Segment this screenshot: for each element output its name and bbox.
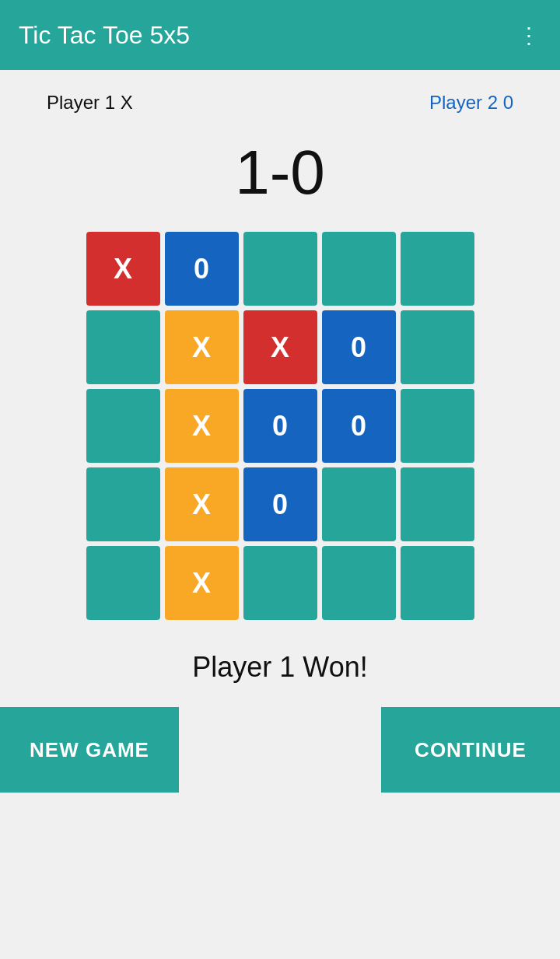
cell-4-4[interactable]	[401, 546, 474, 620]
player2-score: Player 2 0	[429, 92, 513, 114]
cell-3-2[interactable]: 0	[243, 467, 317, 541]
cell-2-3[interactable]: 0	[322, 389, 396, 463]
cell-3-4[interactable]	[401, 467, 474, 541]
cell-3-0[interactable]	[86, 467, 160, 541]
app-title: Tic Tac Toe 5x5	[19, 21, 190, 50]
cell-1-1[interactable]: X	[165, 310, 239, 384]
cell-3-3[interactable]	[322, 467, 396, 541]
board-row-0: X0	[86, 232, 474, 306]
main-score: 1-0	[0, 121, 560, 232]
cell-4-3[interactable]	[322, 546, 396, 620]
cell-0-2[interactable]	[243, 232, 317, 306]
cell-2-0[interactable]	[86, 389, 160, 463]
continue-button[interactable]: CONTINUE	[381, 707, 560, 793]
cell-1-0[interactable]	[86, 310, 160, 384]
game-board: X0XX0X00X0X	[0, 232, 560, 635]
board-row-1: XX0	[86, 310, 474, 384]
menu-icon[interactable]: ⋮	[518, 23, 541, 48]
cell-1-3[interactable]: 0	[322, 310, 396, 384]
new-game-button[interactable]: NEW GAME	[0, 707, 179, 793]
cell-4-1[interactable]: X	[165, 546, 239, 620]
cell-0-0[interactable]: X	[86, 232, 160, 306]
cell-4-0[interactable]	[86, 546, 160, 620]
cell-0-4[interactable]	[401, 232, 474, 306]
board-row-4: X	[86, 546, 474, 620]
cell-4-2[interactable]	[243, 546, 317, 620]
cell-1-2[interactable]: X	[243, 310, 317, 384]
cell-1-4[interactable]	[401, 310, 474, 384]
player1-score: Player 1 X	[47, 92, 133, 114]
action-buttons: NEW GAME CONTINUE	[0, 707, 560, 793]
cell-3-1[interactable]: X	[165, 467, 239, 541]
winner-text: Player 1 Won!	[0, 635, 560, 707]
cell-2-4[interactable]	[401, 389, 474, 463]
cell-0-3[interactable]	[322, 232, 396, 306]
scores-bar: Player 1 X Player 2 0	[0, 70, 560, 121]
board-row-3: X0	[86, 467, 474, 541]
cell-2-1[interactable]: X	[165, 389, 239, 463]
cell-0-1[interactable]: 0	[165, 232, 239, 306]
cell-2-2[interactable]: 0	[243, 389, 317, 463]
board-row-2: X00	[86, 389, 474, 463]
app-header: Tic Tac Toe 5x5 ⋮	[0, 0, 560, 70]
